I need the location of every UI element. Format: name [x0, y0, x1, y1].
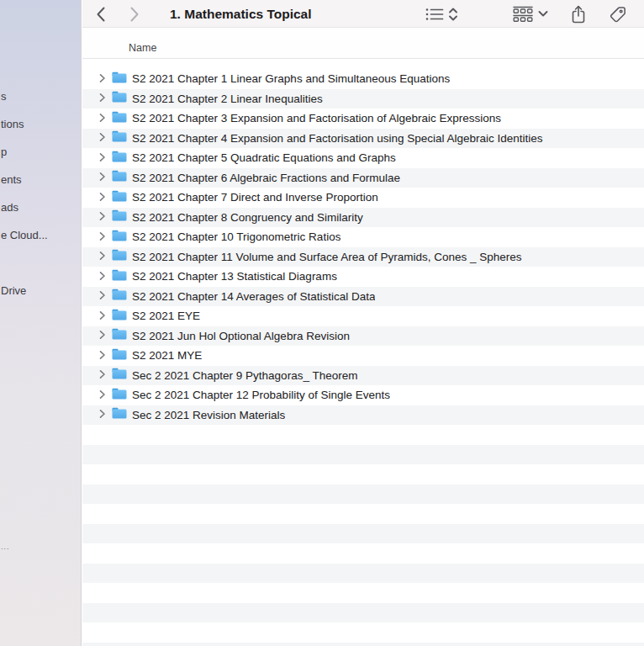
chevron-down-icon: [538, 10, 548, 18]
share-button[interactable]: [569, 0, 588, 28]
folder-icon: [112, 151, 127, 166]
disclosure-chevron-icon[interactable]: [99, 209, 106, 225]
sidebar-item[interactable]: tions: [0, 110, 81, 138]
folder-icon: [112, 348, 127, 363]
sidebar-item[interactable]: Drive: [0, 277, 81, 304]
column-header-name[interactable]: Name: [82, 42, 156, 58]
folder-name: S2 2021 Chapter 2 Linear Inequalities: [132, 93, 323, 105]
folder-icon: [112, 269, 127, 284]
folder-icon: [112, 230, 127, 245]
disclosure-chevron-icon[interactable]: [99, 170, 106, 185]
share-icon: [569, 4, 588, 24]
disclosure-chevron-icon[interactable]: [99, 190, 106, 205]
folder-name: Sec 2 2021 Revision Materials: [132, 409, 285, 421]
sidebar-tag-item[interactable]: ...: [1, 543, 10, 551]
finder-window: s tions p ents ads e Cloud... Drive ...: [0, 0, 644, 646]
folder-name: S2 2021 Chapter 14 Averages of Statistic…: [132, 290, 375, 303]
folder-row[interactable]: S2 2021 Chapter 5 Quadratic Equations an…: [82, 148, 644, 168]
finder-toolbar: 1. Mathematics Topical: [82, 0, 644, 28]
folder-row[interactable]: S2 2021 Chapter 3 Expansion and Factoris…: [82, 109, 644, 129]
disclosure-chevron-icon[interactable]: [99, 249, 106, 264]
disclosure-chevron-icon[interactable]: [99, 269, 106, 284]
folder-name: S2 2021 Chapter 3 Expansion and Factoris…: [132, 112, 501, 124]
folder-icon: [112, 111, 127, 126]
folder-name: S2 2021 Chapter 5 Quadratic Equations an…: [132, 151, 396, 164]
folder-row[interactable]: S2 2021 EYE: [82, 306, 644, 326]
list-column-header-bar: Name: [82, 28, 644, 59]
up-down-chevrons-icon: [448, 6, 458, 23]
disclosure-chevron-icon[interactable]: [99, 230, 106, 245]
folder-name: S2 2021 Chapter 11 Volume and Surface Ar…: [132, 251, 522, 263]
finder-sidebar: s tions p ents ads e Cloud... Drive ...: [0, 0, 82, 646]
folder-row[interactable]: Sec 2 2021 Revision Materials: [82, 405, 644, 426]
sidebar-item[interactable]: ents: [0, 166, 81, 193]
folder-name: S2 2021 Chapter 8 Congruency and Similar…: [132, 211, 363, 224]
folder-row[interactable]: S2 2021 Chapter 4 Expansion and Factoris…: [82, 129, 644, 149]
folder-row[interactable]: S2 2021 Chapter 10 Trigonometric Ratios: [82, 227, 644, 247]
folder-row[interactable]: Sec 2 2021 Chapter 9 Pythagoras_ Theorem: [82, 366, 644, 386]
folder-icon: [112, 71, 127, 87]
disclosure-chevron-icon[interactable]: [99, 289, 106, 304]
chevron-right-icon: [129, 6, 140, 23]
group-by-icon: [513, 6, 533, 22]
folder-row[interactable]: S2 2021 Chapter 7 Direct and Inverse Pro…: [82, 188, 644, 208]
folder-icon: [112, 170, 127, 185]
folder-row[interactable]: Sec 2 2021 Chapter 12 Probability of Sin…: [82, 385, 644, 405]
disclosure-chevron-icon[interactable]: [99, 130, 106, 146]
disclosure-chevron-icon[interactable]: [99, 151, 106, 166]
folder-icon: [112, 368, 127, 383]
folder-icon: [112, 407, 127, 422]
folder-list: S2 2021 Chapter 1 Linear Graphs and Simu…: [82, 69, 644, 646]
chevron-left-icon: [96, 6, 106, 23]
group-by-button[interactable]: [513, 0, 548, 28]
folder-row[interactable]: S2 2021 Chapter 8 Congruency and Similar…: [82, 208, 644, 228]
sidebar-item[interactable]: s: [0, 82, 81, 110]
folder-row[interactable]: S2 2021 Chapter 14 Averages of Statistic…: [82, 287, 644, 307]
folder-row[interactable]: S2 2021 Chapter 2 Linear Inequalities: [82, 89, 644, 109]
folder-row[interactable]: S2 2021 Chapter 6 Algebraic Fractions an…: [82, 168, 644, 188]
folder-name: S2 2021 Chapter 1 Linear Graphs and Simu…: [132, 72, 450, 85]
tag-button[interactable]: [609, 0, 628, 28]
folder-name: S2 2021 Chapter 6 Algebraic Fractions an…: [132, 172, 400, 184]
folder-icon: [112, 130, 127, 146]
disclosure-chevron-icon[interactable]: [99, 348, 106, 363]
folder-name: Sec 2 2021 Chapter 12 Probability of Sin…: [132, 389, 390, 401]
sidebar-item-list: s tions p ents ads e Cloud... Drive: [0, 82, 81, 304]
folder-row[interactable]: S2 2021 Chapter 13 Statistical Diagrams: [82, 267, 644, 287]
back-button[interactable]: [96, 0, 106, 28]
folder-icon: [112, 388, 127, 403]
folder-icon: [112, 309, 127, 324]
folder-row[interactable]: S2 2021 Chapter 1 Linear Graphs and Simu…: [82, 69, 644, 89]
folder-name: Sec 2 2021 Chapter 9 Pythagoras_ Theorem: [132, 369, 357, 382]
folder-name: S2 2021 Chapter 4 Expansion and Factoris…: [132, 132, 543, 145]
window-title: 1. Mathematics Topical: [170, 0, 312, 28]
folder-name: S2 2021 Jun Hol Optional Algebra Revisio…: [132, 330, 350, 342]
sidebar-item[interactable]: e Cloud...: [0, 221, 81, 249]
disclosure-chevron-icon[interactable]: [99, 328, 106, 343]
folder-row[interactable]: S2 2021 MYE: [82, 346, 644, 366]
disclosure-chevron-icon[interactable]: [99, 368, 106, 383]
folder-name: S2 2021 MYE: [132, 349, 202, 362]
list-view-area: S2 2021 Chapter 1 Linear Graphs and Simu…: [82, 59, 644, 646]
disclosure-chevron-icon[interactable]: [99, 309, 106, 324]
sidebar-item[interactable]: p: [0, 138, 81, 166]
tag-icon: [609, 4, 628, 24]
disclosure-chevron-icon[interactable]: [99, 71, 106, 87]
sidebar-item[interactable]: ads: [0, 193, 81, 221]
disclosure-chevron-icon[interactable]: [99, 91, 106, 106]
folder-icon: [112, 328, 127, 343]
sidebar-item[interactable]: [0, 249, 81, 277]
forward-button[interactable]: [129, 0, 140, 28]
view-mode-button[interactable]: [425, 0, 458, 28]
disclosure-chevron-icon[interactable]: [99, 111, 106, 126]
list-view-icon: [425, 7, 444, 22]
folder-icon: [112, 249, 127, 264]
folder-icon: [112, 289, 127, 304]
folder-name: S2 2021 Chapter 10 Trigonometric Ratios: [132, 230, 340, 243]
disclosure-chevron-icon[interactable]: [99, 388, 106, 403]
folder-row[interactable]: S2 2021 Jun Hol Optional Algebra Revisio…: [82, 326, 644, 347]
folder-icon: [112, 91, 127, 106]
folder-name: S2 2021 Chapter 13 Statistical Diagrams: [132, 270, 337, 283]
disclosure-chevron-icon[interactable]: [99, 407, 106, 422]
folder-row[interactable]: S2 2021 Chapter 11 Volume and Surface Ar…: [82, 247, 644, 267]
